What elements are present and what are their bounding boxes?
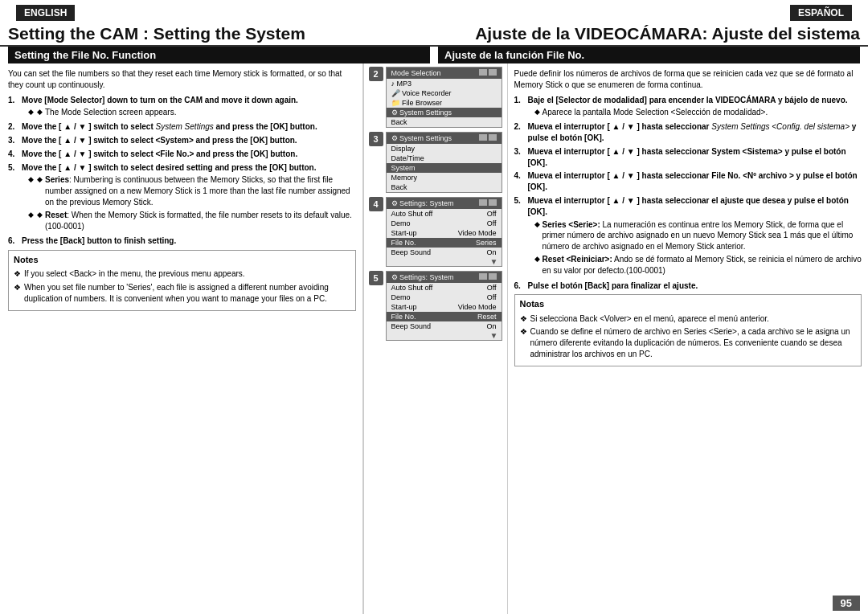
step-r2-content: Mueva el interruptor [ ▲ / ▼ ] hasta sel… [528, 121, 862, 144]
step-2: 2. Move the [ ▲ / ▼ ] switch to select S… [8, 121, 356, 133]
step-1-content: Move [Mode Selector] down to turn on the… [22, 95, 298, 120]
notes-box-left: Notes ❖If you select <Back> in the menu,… [8, 250, 356, 311]
section-header-right: Ajuste de la función File No. [438, 47, 860, 63]
screen-item-selected-fileno: File No.Series [387, 238, 502, 248]
screen-panel-4: ⚙ Settings: System Auto Shut offOff Demo… [386, 197, 502, 267]
step-r4-num: 4. [514, 170, 526, 193]
step-r2: 2. Mueva el interruptor [ ▲ / ▼ ] hasta … [514, 121, 862, 144]
step-4-content: Move the [ ▲ / ▼ ] switch to select <Fil… [22, 149, 297, 160]
screen-item: Back [387, 182, 502, 192]
step-r4-content: Mueva el interruptor [ ▲ / ▼ ] hasta sel… [528, 170, 862, 193]
screen-badge-4: 4 [369, 197, 383, 211]
screens-column: 2 Mode Selection ♪ MP3 🎤 Voice Recorder … [363, 63, 508, 614]
notes-box-right: Notas ❖Si selecciona Back <Volver> en el… [514, 294, 862, 366]
step-6: 6. Press the [Back] button to finish set… [8, 235, 356, 247]
step-5-num: 5. [8, 162, 19, 234]
notes-list-left: ❖If you select <Back> in the menu, the p… [14, 268, 350, 304]
screen-panel-3: ⚙ System Settings Display Date/Time Syst… [386, 132, 502, 193]
screen-badge-5: 5 [369, 271, 383, 285]
screen-item: Auto Shut offOff [387, 209, 502, 219]
screen-item: 🎤 Voice Recorder [387, 88, 502, 98]
note-item: ❖If you select <Back> in the menu, the p… [14, 268, 350, 280]
note-item: ❖When you set file number to 'Series', e… [14, 282, 350, 305]
step-2-content: Move the [ ▲ / ▼ ] switch to select Syst… [22, 121, 317, 133]
page-number: 95 [833, 596, 860, 611]
step-3-content: Move the [ ▲ / ▼ ] switch to select <Sys… [22, 135, 297, 146]
step-r3: 3. Mueva el interruptor [ ▲ / ▼ ] hasta … [514, 146, 862, 169]
screen-item-selected: System [387, 163, 502, 173]
screen-title-5: ⚙ Settings: System [387, 272, 502, 283]
screen-item-memory: Memory [387, 173, 502, 182]
step-r6-content: Pulse el botón [Back] para finalizar el … [528, 280, 698, 292]
step-6-content: Press the [Back] button to finish settin… [22, 235, 176, 247]
screen-item: Auto Shut offOff [387, 283, 502, 293]
screen-item: Date/Time [387, 154, 502, 163]
note-right-item: ❖Cuando se define el número de archivo e… [520, 326, 857, 359]
english-tag: ENGLISH [16, 5, 75, 21]
step-r5-content: Mueva el interruptor [ ▲ / ▼ ] hasta sel… [528, 195, 862, 278]
step-2-num: 2. [8, 121, 19, 133]
screen-2: 2 Mode Selection ♪ MP3 🎤 Voice Recorder … [369, 67, 502, 128]
screen-item-selected-reset: File No.Reset [387, 312, 502, 321]
screen-item-selected: ⚙ System Settings [387, 108, 502, 117]
screen-4: 4 ⚙ Settings: System Auto Shut offOff De… [369, 197, 502, 267]
section-header-left: Setting the File No. Function [8, 47, 430, 63]
step-3-num: 3. [8, 135, 19, 146]
step-r4: 4. Mueva el interruptor [ ▲ / ▼ ] hasta … [514, 170, 862, 193]
screen-3: 3 ⚙ System Settings Display Date/Time Sy… [369, 132, 502, 193]
screen-item: Start-upVideo Mode [387, 302, 502, 312]
step-r1-num: 1. [514, 95, 526, 120]
step-6-num: 6. [8, 235, 19, 247]
step-1-num: 1. [8, 95, 19, 120]
step-r2-num: 2. [514, 121, 526, 144]
screen-title-4: ⚙ Settings: System [387, 198, 502, 209]
screen-item: Beep SoundOn [387, 321, 502, 331]
left-intro: You can set the file numbers so that the… [8, 68, 356, 91]
screen-item: Beep SoundOn [387, 248, 502, 257]
screen-panel-2: Mode Selection ♪ MP3 🎤 Voice Recorder 📁 … [386, 67, 502, 128]
screen-item: Display [387, 144, 502, 154]
scroll-indicator-2: ▼ [387, 331, 502, 340]
step-r6: 6. Pulse el botón [Back] para finalizar … [514, 280, 862, 292]
screen-badge-2: 2 [369, 67, 383, 81]
step-r6-num: 6. [514, 280, 526, 292]
screen-item: ♪ MP3 [387, 79, 502, 88]
step-5-content: Move the [ ▲ / ▼ ] switch to select desi… [22, 162, 356, 234]
screen-item: 📁 File Browser [387, 98, 502, 108]
right-intro: Puede definir los números de archivos de… [514, 68, 862, 91]
content-wrapper: You can set the file numbers so that the… [0, 63, 868, 614]
scroll-indicator: ▼ [387, 257, 502, 266]
screen-item: DemoOff [387, 293, 502, 302]
title-right: Ajuste de la VIDEOCÁMARA: Ajuste del sis… [434, 24, 860, 43]
step-4: 4. Move the [ ▲ / ▼ ] switch to select <… [8, 149, 356, 160]
screen-title-2: Mode Selection [387, 68, 502, 79]
notes-title-left: Notes [14, 254, 350, 266]
screen-panel-5: ⚙ Settings: System Auto Shut offOff Demo… [386, 271, 502, 341]
espanol-tag: ESPAÑOL [790, 5, 852, 21]
step-5: 5. Move the [ ▲ / ▼ ] switch to select d… [8, 162, 356, 234]
step-r3-content: Mueva el interruptor [ ▲ / ▼ ] hasta sel… [528, 146, 862, 169]
step-r5-num: 5. [514, 195, 526, 278]
left-column: You can set the file numbers so that the… [0, 63, 363, 614]
main-header: Setting the CAM : Setting the System Aju… [0, 21, 868, 47]
screen-title-3: ⚙ System Settings [387, 133, 502, 144]
screen-item: DemoOff [387, 219, 502, 228]
right-column: Puede definir los números de archivos de… [508, 63, 869, 614]
step-r1: 1. Baje el [Selector de modalidad] para … [514, 95, 862, 120]
screen-item: Back [387, 117, 502, 127]
notes-title-right: Notas [520, 298, 857, 310]
note-right-item: ❖Si selecciona Back <Volver> en el menú,… [520, 313, 857, 325]
step-3: 3. Move the [ ▲ / ▼ ] switch to select <… [8, 135, 356, 146]
title-left: Setting the CAM : Setting the System [8, 24, 434, 43]
step-1: 1. Move [Mode Selector] down to turn on … [8, 95, 356, 120]
step-r5: 5. Mueva el interruptor [ ▲ / ▼ ] hasta … [514, 195, 862, 278]
header-row: ENGLISH ESPAÑOL [0, 0, 868, 21]
section-headers: Setting the File No. Function Ajuste de … [8, 47, 860, 63]
step-r1-content: Baje el [Selector de modalidad] para enc… [528, 95, 848, 120]
step-r3-num: 3. [514, 146, 526, 169]
screen-badge-3: 3 [369, 132, 383, 146]
screen-item: Start-upVideo Mode [387, 228, 502, 238]
step-4-num: 4. [8, 149, 19, 160]
notes-list-right: ❖Si selecciona Back <Volver> en el menú,… [520, 313, 857, 360]
screen-5: 5 ⚙ Settings: System Auto Shut offOff De… [369, 271, 502, 341]
